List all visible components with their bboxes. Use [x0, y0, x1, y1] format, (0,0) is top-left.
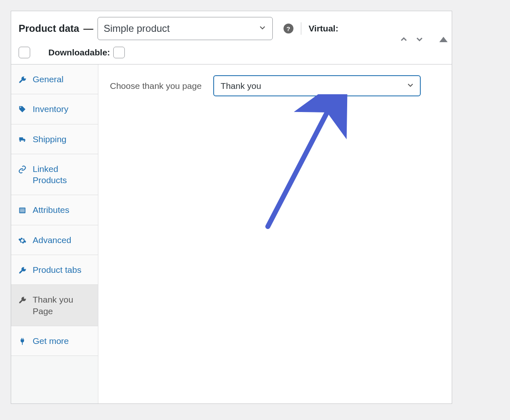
panel-body: General Inventory Shipping Linked Produc… [11, 64, 452, 403]
header-row-2: Downloadable: [19, 47, 444, 58]
help-icon[interactable]: ? [284, 24, 293, 33]
truck-icon [18, 135, 27, 144]
tab-label: Inventory [33, 103, 68, 115]
tag-icon [18, 105, 27, 114]
product-type-select-wrap: Simple product [98, 17, 273, 40]
tab-content: Choose thank you page Thank you [98, 64, 452, 403]
downloadable-label[interactable]: Downloadable: [48, 47, 125, 58]
tab-label: Shipping [33, 134, 67, 145]
collapse-triangle-icon[interactable] [439, 37, 448, 42]
tab-label: General [33, 74, 64, 85]
tab-label: Attributes [33, 204, 69, 215]
tab-advanced[interactable]: Advanced [11, 225, 98, 255]
tab-label: Advanced [33, 234, 71, 246]
tab-get-more[interactable]: Get more [11, 326, 98, 356]
virtual-label[interactable]: Virtual: [309, 24, 338, 33]
svg-rect-1 [20, 209, 25, 210]
tab-inventory[interactable]: Inventory [11, 94, 98, 124]
downloadable-checkbox[interactable] [113, 47, 125, 58]
thank-you-select-wrap: Thank you [213, 75, 421, 96]
divider [301, 22, 301, 35]
wrench-icon [18, 75, 27, 84]
panel-header: Product data — Simple product ? Virtual:… [11, 11, 452, 64]
tab-general[interactable]: General [11, 64, 98, 94]
svg-rect-3 [20, 212, 25, 212]
tab-thank-you-page[interactable]: Thank you Page [11, 285, 98, 326]
tab-linked-products[interactable]: Linked Products [11, 154, 98, 196]
panel-controls [399, 34, 448, 44]
annotation-arrow [255, 94, 355, 235]
thank-you-page-field: Choose thank you page Thank you [110, 75, 440, 96]
svg-line-4 [268, 99, 334, 227]
product-data-tabs: General Inventory Shipping Linked Produc… [11, 64, 98, 403]
title-dash: — [83, 23, 93, 34]
product-data-panel: Product data — Simple product ? Virtual:… [11, 11, 452, 404]
tab-shipping[interactable]: Shipping [11, 124, 98, 154]
gear-icon [18, 236, 27, 245]
tab-label: Linked Products [33, 163, 91, 186]
chevron-down-icon[interactable] [415, 34, 424, 44]
plug-icon [18, 337, 27, 346]
link-icon [18, 165, 27, 174]
wrench-icon [18, 296, 27, 305]
chevron-up-icon[interactable] [399, 34, 409, 44]
wrench-icon [18, 266, 27, 275]
tab-product-tabs[interactable]: Product tabs [11, 255, 98, 285]
product-type-select[interactable]: Simple product [98, 17, 273, 40]
svg-rect-2 [20, 210, 25, 211]
virtual-checkbox[interactable] [19, 47, 30, 58]
tab-label: Thank you Page [33, 294, 91, 317]
tab-label: Get more [33, 335, 69, 346]
tab-attributes[interactable]: Attributes [11, 195, 98, 225]
panel-title: Product data [19, 23, 79, 34]
field-label: Choose thank you page [110, 81, 202, 91]
thank-you-page-select[interactable]: Thank you [213, 75, 421, 96]
tab-label: Product tabs [33, 264, 81, 275]
list-icon [18, 206, 27, 215]
